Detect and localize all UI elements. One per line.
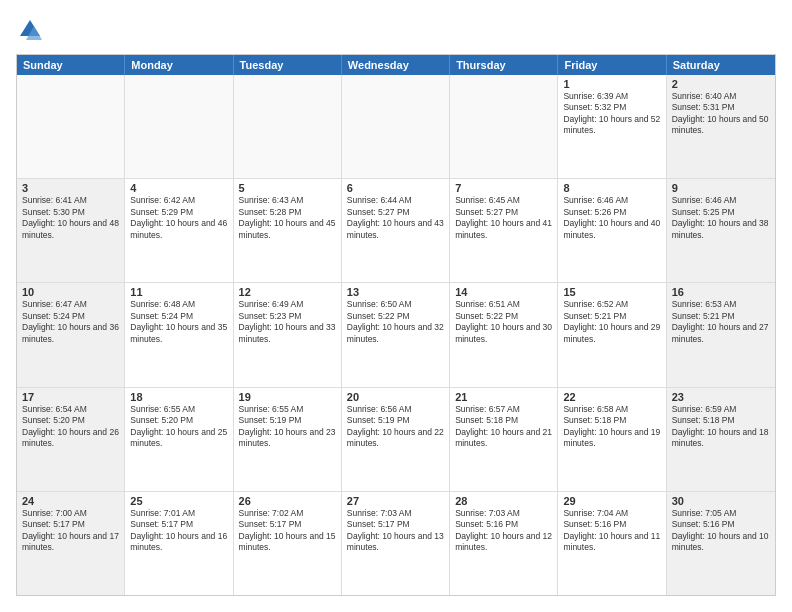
- day-info: Sunrise: 6:39 AM Sunset: 5:32 PM Dayligh…: [563, 91, 660, 137]
- calendar-row-1: 3Sunrise: 6:41 AM Sunset: 5:30 PM Daylig…: [17, 179, 775, 283]
- day-number: 23: [672, 391, 770, 403]
- day-number: 25: [130, 495, 227, 507]
- calendar-day-20: 20Sunrise: 6:56 AM Sunset: 5:19 PM Dayli…: [342, 388, 450, 491]
- day-info: Sunrise: 6:41 AM Sunset: 5:30 PM Dayligh…: [22, 195, 119, 241]
- day-info: Sunrise: 6:55 AM Sunset: 5:20 PM Dayligh…: [130, 404, 227, 450]
- page: SundayMondayTuesdayWednesdayThursdayFrid…: [0, 0, 792, 612]
- calendar-day-29: 29Sunrise: 7:04 AM Sunset: 5:16 PM Dayli…: [558, 492, 666, 595]
- weekday-header-saturday: Saturday: [667, 55, 775, 75]
- calendar-empty-cell: [125, 75, 233, 178]
- day-number: 1: [563, 78, 660, 90]
- day-number: 10: [22, 286, 119, 298]
- calendar-row-0: 1Sunrise: 6:39 AM Sunset: 5:32 PM Daylig…: [17, 75, 775, 179]
- calendar-day-6: 6Sunrise: 6:44 AM Sunset: 5:27 PM Daylig…: [342, 179, 450, 282]
- weekday-header-thursday: Thursday: [450, 55, 558, 75]
- day-info: Sunrise: 6:46 AM Sunset: 5:26 PM Dayligh…: [563, 195, 660, 241]
- day-info: Sunrise: 7:03 AM Sunset: 5:17 PM Dayligh…: [347, 508, 444, 554]
- weekday-header-wednesday: Wednesday: [342, 55, 450, 75]
- day-info: Sunrise: 6:40 AM Sunset: 5:31 PM Dayligh…: [672, 91, 770, 137]
- calendar-day-12: 12Sunrise: 6:49 AM Sunset: 5:23 PM Dayli…: [234, 283, 342, 386]
- calendar-row-3: 17Sunrise: 6:54 AM Sunset: 5:20 PM Dayli…: [17, 388, 775, 492]
- day-number: 2: [672, 78, 770, 90]
- day-number: 28: [455, 495, 552, 507]
- calendar-day-24: 24Sunrise: 7:00 AM Sunset: 5:17 PM Dayli…: [17, 492, 125, 595]
- calendar-row-4: 24Sunrise: 7:00 AM Sunset: 5:17 PM Dayli…: [17, 492, 775, 595]
- day-info: Sunrise: 6:55 AM Sunset: 5:19 PM Dayligh…: [239, 404, 336, 450]
- day-number: 9: [672, 182, 770, 194]
- calendar-day-21: 21Sunrise: 6:57 AM Sunset: 5:18 PM Dayli…: [450, 388, 558, 491]
- day-number: 24: [22, 495, 119, 507]
- calendar-day-9: 9Sunrise: 6:46 AM Sunset: 5:25 PM Daylig…: [667, 179, 775, 282]
- day-info: Sunrise: 6:48 AM Sunset: 5:24 PM Dayligh…: [130, 299, 227, 345]
- day-info: Sunrise: 6:49 AM Sunset: 5:23 PM Dayligh…: [239, 299, 336, 345]
- calendar-empty-cell: [450, 75, 558, 178]
- logo: [16, 16, 48, 44]
- calendar-day-14: 14Sunrise: 6:51 AM Sunset: 5:22 PM Dayli…: [450, 283, 558, 386]
- day-info: Sunrise: 6:58 AM Sunset: 5:18 PM Dayligh…: [563, 404, 660, 450]
- calendar-day-4: 4Sunrise: 6:42 AM Sunset: 5:29 PM Daylig…: [125, 179, 233, 282]
- day-number: 16: [672, 286, 770, 298]
- day-info: Sunrise: 6:47 AM Sunset: 5:24 PM Dayligh…: [22, 299, 119, 345]
- calendar-day-18: 18Sunrise: 6:55 AM Sunset: 5:20 PM Dayli…: [125, 388, 233, 491]
- day-number: 4: [130, 182, 227, 194]
- day-info: Sunrise: 7:03 AM Sunset: 5:16 PM Dayligh…: [455, 508, 552, 554]
- day-number: 14: [455, 286, 552, 298]
- day-number: 19: [239, 391, 336, 403]
- calendar-day-16: 16Sunrise: 6:53 AM Sunset: 5:21 PM Dayli…: [667, 283, 775, 386]
- day-info: Sunrise: 6:59 AM Sunset: 5:18 PM Dayligh…: [672, 404, 770, 450]
- day-info: Sunrise: 6:53 AM Sunset: 5:21 PM Dayligh…: [672, 299, 770, 345]
- calendar-day-11: 11Sunrise: 6:48 AM Sunset: 5:24 PM Dayli…: [125, 283, 233, 386]
- day-number: 13: [347, 286, 444, 298]
- calendar-day-8: 8Sunrise: 6:46 AM Sunset: 5:26 PM Daylig…: [558, 179, 666, 282]
- calendar-empty-cell: [17, 75, 125, 178]
- day-info: Sunrise: 6:51 AM Sunset: 5:22 PM Dayligh…: [455, 299, 552, 345]
- day-info: Sunrise: 7:02 AM Sunset: 5:17 PM Dayligh…: [239, 508, 336, 554]
- weekday-header-monday: Monday: [125, 55, 233, 75]
- day-info: Sunrise: 7:04 AM Sunset: 5:16 PM Dayligh…: [563, 508, 660, 554]
- day-info: Sunrise: 7:05 AM Sunset: 5:16 PM Dayligh…: [672, 508, 770, 554]
- day-info: Sunrise: 7:01 AM Sunset: 5:17 PM Dayligh…: [130, 508, 227, 554]
- day-info: Sunrise: 6:45 AM Sunset: 5:27 PM Dayligh…: [455, 195, 552, 241]
- calendar-day-23: 23Sunrise: 6:59 AM Sunset: 5:18 PM Dayli…: [667, 388, 775, 491]
- calendar-day-27: 27Sunrise: 7:03 AM Sunset: 5:17 PM Dayli…: [342, 492, 450, 595]
- calendar-day-3: 3Sunrise: 6:41 AM Sunset: 5:30 PM Daylig…: [17, 179, 125, 282]
- calendar-day-26: 26Sunrise: 7:02 AM Sunset: 5:17 PM Dayli…: [234, 492, 342, 595]
- day-info: Sunrise: 6:44 AM Sunset: 5:27 PM Dayligh…: [347, 195, 444, 241]
- day-number: 17: [22, 391, 119, 403]
- calendar-row-2: 10Sunrise: 6:47 AM Sunset: 5:24 PM Dayli…: [17, 283, 775, 387]
- day-info: Sunrise: 6:43 AM Sunset: 5:28 PM Dayligh…: [239, 195, 336, 241]
- day-number: 22: [563, 391, 660, 403]
- calendar-header: SundayMondayTuesdayWednesdayThursdayFrid…: [17, 55, 775, 75]
- day-info: Sunrise: 6:50 AM Sunset: 5:22 PM Dayligh…: [347, 299, 444, 345]
- calendar-day-19: 19Sunrise: 6:55 AM Sunset: 5:19 PM Dayli…: [234, 388, 342, 491]
- calendar-day-2: 2Sunrise: 6:40 AM Sunset: 5:31 PM Daylig…: [667, 75, 775, 178]
- day-number: 8: [563, 182, 660, 194]
- calendar-day-13: 13Sunrise: 6:50 AM Sunset: 5:22 PM Dayli…: [342, 283, 450, 386]
- calendar-day-22: 22Sunrise: 6:58 AM Sunset: 5:18 PM Dayli…: [558, 388, 666, 491]
- day-number: 20: [347, 391, 444, 403]
- calendar-day-28: 28Sunrise: 7:03 AM Sunset: 5:16 PM Dayli…: [450, 492, 558, 595]
- day-info: Sunrise: 6:42 AM Sunset: 5:29 PM Dayligh…: [130, 195, 227, 241]
- weekday-header-tuesday: Tuesday: [234, 55, 342, 75]
- calendar-body: 1Sunrise: 6:39 AM Sunset: 5:32 PM Daylig…: [17, 75, 775, 595]
- day-number: 3: [22, 182, 119, 194]
- day-number: 15: [563, 286, 660, 298]
- day-info: Sunrise: 6:57 AM Sunset: 5:18 PM Dayligh…: [455, 404, 552, 450]
- day-info: Sunrise: 6:52 AM Sunset: 5:21 PM Dayligh…: [563, 299, 660, 345]
- calendar-day-10: 10Sunrise: 6:47 AM Sunset: 5:24 PM Dayli…: [17, 283, 125, 386]
- calendar-day-25: 25Sunrise: 7:01 AM Sunset: 5:17 PM Dayli…: [125, 492, 233, 595]
- day-info: Sunrise: 6:56 AM Sunset: 5:19 PM Dayligh…: [347, 404, 444, 450]
- calendar-day-5: 5Sunrise: 6:43 AM Sunset: 5:28 PM Daylig…: [234, 179, 342, 282]
- calendar-day-1: 1Sunrise: 6:39 AM Sunset: 5:32 PM Daylig…: [558, 75, 666, 178]
- day-number: 5: [239, 182, 336, 194]
- day-info: Sunrise: 7:00 AM Sunset: 5:17 PM Dayligh…: [22, 508, 119, 554]
- day-number: 7: [455, 182, 552, 194]
- weekday-header-friday: Friday: [558, 55, 666, 75]
- header: [16, 16, 776, 44]
- day-number: 26: [239, 495, 336, 507]
- calendar-empty-cell: [342, 75, 450, 178]
- day-number: 21: [455, 391, 552, 403]
- weekday-header-sunday: Sunday: [17, 55, 125, 75]
- calendar-day-17: 17Sunrise: 6:54 AM Sunset: 5:20 PM Dayli…: [17, 388, 125, 491]
- day-info: Sunrise: 6:54 AM Sunset: 5:20 PM Dayligh…: [22, 404, 119, 450]
